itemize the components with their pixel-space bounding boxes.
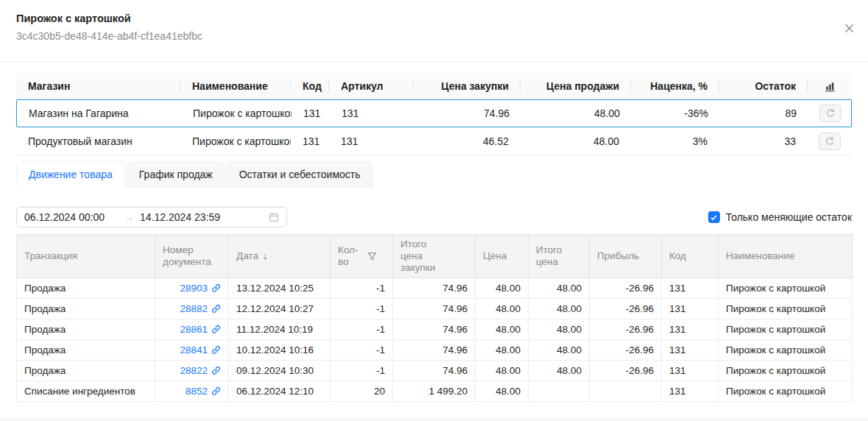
- cell-code: 131: [662, 299, 719, 319]
- document-number: 28861: [180, 322, 208, 336]
- cell-date: 12.12.2024 10:27: [229, 299, 331, 319]
- col-article: Артикул: [329, 73, 414, 99]
- cell-qty: 20: [331, 381, 393, 402]
- cell-price: 48.00: [476, 381, 529, 402]
- tab-dvizhenie-tovara[interactable]: Движение товара: [16, 161, 125, 188]
- cell-name: Пирожок с картошкой: [719, 381, 853, 402]
- document-link[interactable]: 8852: [186, 384, 221, 398]
- stores-table-body: Магазин на ГагаринаПирожок с картошкой13…: [16, 99, 852, 155]
- col-qty-filterable[interactable]: Кол-во: [331, 235, 393, 278]
- calendar-icon-button[interactable]: [269, 212, 279, 222]
- cell-purchase_price: 74.96: [414, 100, 521, 127]
- document-link[interactable]: 28841: [180, 343, 221, 357]
- range-arrow-icon: →: [124, 212, 134, 223]
- date-from-input[interactable]: [24, 211, 119, 223]
- cell-qty: -1: [331, 340, 393, 361]
- transaction-row: Списание ингредиентов885206.12.2024 12:1…: [17, 381, 853, 402]
- cell-transaction: Продажа: [17, 319, 155, 340]
- cell-article: 131: [330, 100, 414, 127]
- transactions-table-body: Продажа2890313.12.2024 10:25-174.9648.00…: [17, 278, 853, 402]
- cell-code: 131: [662, 361, 719, 381]
- cell-doc_number: 8852: [155, 381, 229, 402]
- tab-ostatki-i-sebestoimost[interactable]: Остатки и себестоимость: [227, 161, 373, 188]
- link-icon: [211, 345, 221, 355]
- chart-column-button[interactable]: [823, 79, 837, 93]
- col-store: Магазин: [16, 73, 180, 99]
- transaction-row: Продажа2890313.12.2024 10:25-174.9648.00…: [17, 278, 853, 299]
- col-date-sortable[interactable]: Дата ↓: [229, 235, 331, 278]
- cell-price: 48.00: [476, 299, 529, 319]
- refresh-stock-button[interactable]: [819, 132, 841, 150]
- cell-transaction: Продажа: [17, 278, 155, 299]
- cell-doc_number: 28861: [155, 319, 229, 340]
- cell-name: Пирожок с картошкой: [181, 100, 292, 127]
- stores-table: Магазин Наименование Код Артикул Цена за…: [16, 73, 852, 155]
- col-qty-label: Кол-во: [338, 244, 363, 268]
- cell-total_price: 48.00: [529, 319, 590, 340]
- close-button[interactable]: [839, 18, 859, 38]
- refresh-icon: [825, 136, 835, 146]
- cell-markup_percent: 3%: [631, 127, 719, 155]
- document-number: 28903: [180, 281, 208, 295]
- cell-profit: -26.96: [590, 319, 662, 340]
- cell-price: 48.00: [476, 340, 529, 361]
- transactions-table: Транзакция Номер документа Дата ↓ Кол-во: [16, 234, 853, 402]
- cell-name: Пирожок с картошкой: [719, 340, 853, 361]
- document-number: 28882: [180, 302, 208, 316]
- cell-profit: -26.96: [590, 361, 662, 381]
- col-doc-number: Номер документа: [155, 235, 229, 278]
- col-date-label: Дата: [236, 250, 258, 262]
- store-row[interactable]: Магазин на ГагаринаПирожок с картошкой13…: [16, 99, 852, 127]
- document-link[interactable]: 28822: [180, 364, 221, 378]
- link-icon: [211, 386, 221, 396]
- cell-transaction: Списание ингредиентов: [17, 381, 155, 402]
- cell-price: 48.00: [476, 278, 529, 299]
- transactions-table-header: Транзакция Номер документа Дата ↓ Кол-во: [17, 235, 853, 278]
- cell-total_purchase_price: 1 499.20: [393, 381, 476, 402]
- cell-name: Пирожок с картошкой: [719, 278, 853, 299]
- cell-date: 10.12.2024 10:16: [229, 340, 331, 361]
- col-total-purchase: Итого цена закупки: [393, 235, 476, 278]
- cell-code: 131: [292, 100, 330, 127]
- filter-funnel-icon[interactable]: [367, 252, 377, 261]
- col-name2: Наименование: [719, 235, 853, 278]
- cell-qty: -1: [331, 299, 393, 319]
- cell-store: Продуктовый магазин: [16, 127, 180, 155]
- cell-doc_number: 28903: [155, 278, 229, 299]
- cell-markup_percent: -36%: [632, 100, 720, 127]
- cell-total_price: [529, 381, 590, 402]
- cell-total_purchase_price: 74.96: [393, 278, 476, 299]
- cell-total_price: 48.00: [529, 299, 590, 319]
- document-link[interactable]: 28882: [180, 302, 221, 316]
- product-uuid: 3c4c30b5-de48-414e-ab4f-cf1ea41ebfbc: [16, 29, 852, 43]
- cell-purchase_price: 46.52: [414, 127, 521, 155]
- col-name: Наименование: [180, 73, 291, 99]
- cell-doc_number: 28841: [155, 340, 229, 361]
- link-icon: [211, 283, 221, 293]
- date-to-input[interactable]: [140, 211, 263, 223]
- link-icon: [211, 366, 221, 375]
- cell-total_purchase_price: 74.96: [393, 361, 476, 381]
- document-number: 8852: [186, 384, 208, 398]
- checkbox-checked-icon[interactable]: [708, 211, 720, 223]
- cell-date: 13.12.2024 10:25: [229, 278, 331, 299]
- refresh-stock-button[interactable]: [819, 105, 841, 122]
- col-purchase-price: Цена закупки: [414, 73, 521, 99]
- cell-name: Пирожок с картошкой: [719, 361, 853, 381]
- dialog-header: Пирожок с картошкой 3c4c30b5-de48-414e-a…: [0, 0, 868, 62]
- filter-row: → Только меняющие остаток: [16, 207, 852, 227]
- cell-qty: -1: [331, 361, 393, 381]
- store-row[interactable]: Продуктовый магазинПирожок с картошкой13…: [16, 127, 852, 155]
- only-stock-changing-checkbox[interactable]: Только меняющие остаток: [708, 211, 852, 223]
- date-range-picker[interactable]: →: [16, 207, 287, 227]
- sort-desc-icon[interactable]: ↓: [263, 250, 268, 262]
- calendar-icon: [269, 212, 279, 222]
- cell-date: 06.12.2024 12:10: [229, 381, 331, 402]
- document-link[interactable]: 28861: [180, 322, 221, 336]
- tab-grafik-prodazh[interactable]: График продаж: [127, 161, 225, 188]
- document-link[interactable]: 28903: [180, 281, 221, 295]
- transaction-row: Продажа2886111.12.2024 10:19-174.9648.00…: [17, 319, 853, 340]
- product-title: Пирожок с картошкой: [16, 12, 852, 25]
- cell-code: 131: [662, 381, 719, 402]
- cell-total_price: 48.00: [529, 340, 590, 361]
